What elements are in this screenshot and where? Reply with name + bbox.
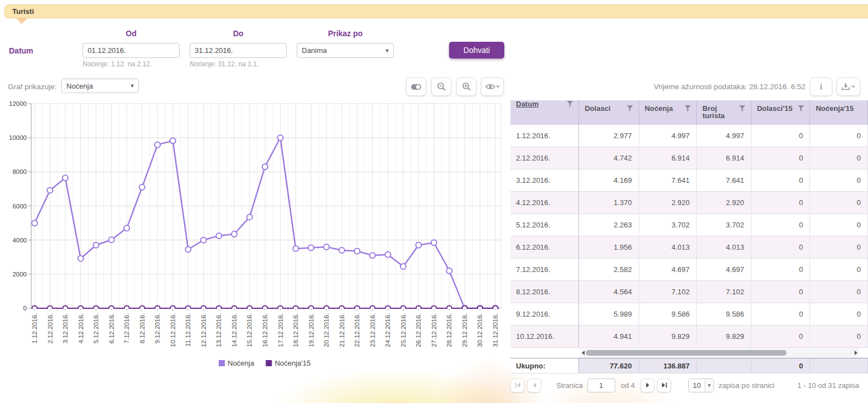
date-to-hint: Noćenje: 31.12. na 1.1.	[190, 60, 259, 68]
column-header-label: Dolasci	[585, 104, 610, 113]
table-row[interactable]: 10.12.2016.4.9419.8299.82900	[510, 326, 868, 348]
page-size-select[interactable]: 10 ▼	[688, 378, 714, 392]
table-row[interactable]: 4.12.2016.1.3702.9202.92000	[510, 192, 868, 214]
column-header-6[interactable]: Noćenja'15	[810, 100, 868, 125]
svg-text:10.12.2016.: 10.12.2016.	[170, 313, 176, 347]
table-cell: 0	[810, 125, 868, 147]
svg-text:22.12.2016.: 22.12.2016.	[354, 313, 360, 347]
table-cell: 0	[810, 192, 868, 213]
table-cell: 4.12.2016.	[510, 192, 579, 213]
tab-turisti-label: Turisti	[12, 7, 34, 16]
prev-page-button[interactable]	[527, 378, 541, 392]
totals-cell: 136.887	[639, 358, 697, 373]
hscrollbar-track[interactable]	[580, 348, 859, 357]
svg-text:30.12.2016.: 30.12.2016.	[476, 313, 483, 347]
column-header-3[interactable]: Noćenja	[639, 100, 697, 125]
svg-text:Noćenja: Noćenja	[228, 359, 254, 367]
scroll-left-icon[interactable]	[582, 351, 585, 355]
date-to-input[interactable]	[190, 43, 287, 57]
table-cell: 0	[751, 214, 811, 236]
legend-item-nocenja15[interactable]: Noćenja'15	[266, 359, 311, 367]
table-cell: 0	[751, 259, 811, 280]
svg-text:6.12.2016.: 6.12.2016.	[108, 313, 115, 343]
column-header-4[interactable]: Broj turista	[697, 100, 751, 125]
table-cell: 7.641	[697, 169, 751, 191]
next-page-icon	[644, 382, 651, 389]
column-header-label: Datum	[516, 100, 538, 108]
filter-icon[interactable]	[798, 105, 804, 111]
export-button[interactable]	[837, 77, 860, 96]
filter-icon[interactable]	[684, 105, 691, 111]
table-row[interactable]: 2.12.2016.4.7426.9146.91400	[510, 147, 868, 169]
table-cell: 0	[810, 236, 868, 258]
zoom-out-button[interactable]	[431, 77, 451, 96]
visibility-menu-button[interactable]	[481, 77, 504, 96]
table-row[interactable]: 1.12.2016.2.9774.9974.99700	[510, 125, 868, 147]
date-to-field	[190, 43, 287, 58]
date-from-field	[83, 43, 180, 58]
table-cell: 4.742	[579, 147, 639, 169]
prikaz-po-select[interactable]: Danima ▼	[297, 43, 394, 58]
svg-text:0: 0	[23, 305, 27, 312]
chart-toggle-button[interactable]	[406, 77, 426, 96]
svg-text:23.12.2016.: 23.12.2016.	[369, 313, 376, 347]
table-cell: 0	[751, 281, 811, 303]
column-header-5[interactable]: Dolasci'15	[751, 100, 811, 125]
table-row[interactable]: 6.12.2016.1.9564.0134.01300	[510, 236, 868, 259]
info-button[interactable]: i	[810, 77, 832, 96]
table-row[interactable]: 9.12.2016.5.9899.5869.58600	[510, 303, 868, 326]
column-header-2[interactable]: Dolasci	[579, 100, 639, 125]
scroll-right-icon[interactable]	[855, 351, 857, 355]
chevron-down-icon: ▼	[705, 379, 713, 392]
svg-text:20.12.2016.: 20.12.2016.	[323, 313, 330, 347]
table-cell: 4.997	[639, 125, 697, 147]
table-row[interactable]: 8.12.2016.4.5647.1027.10200	[510, 281, 868, 303]
table-cell: 3.702	[697, 214, 751, 236]
graf-prikazuje-select[interactable]: Noćenja ▼	[61, 79, 139, 93]
dohvati-button[interactable]: Dohvati	[449, 42, 504, 59]
svg-text:10000: 10000	[9, 134, 27, 141]
table-cell: 4.013	[639, 236, 697, 258]
chevron-down-icon: ▼	[126, 83, 138, 89]
svg-text:13.12.2016.: 13.12.2016.	[215, 313, 222, 347]
table-cell: 2.263	[579, 214, 639, 236]
svg-text:5.12.2016.: 5.12.2016.	[93, 313, 99, 343]
filter-icon[interactable]	[739, 105, 745, 111]
filter-icon[interactable]	[627, 105, 633, 111]
date-from-input[interactable]	[83, 43, 180, 57]
totals-cell	[697, 358, 751, 373]
hscrollbar-thumb[interactable]	[586, 350, 787, 356]
table-cell: 4.997	[697, 125, 751, 147]
do-column-label: Do	[190, 29, 287, 38]
column-header-label: Dolasci'15	[757, 104, 793, 113]
column-header-1[interactable]: Datum	[510, 100, 579, 125]
table-cell: 10.12.2016.	[510, 326, 579, 347]
next-page-button[interactable]	[640, 378, 654, 392]
first-page-button[interactable]	[510, 378, 524, 392]
svg-text:14.12.2016.: 14.12.2016.	[231, 313, 238, 347]
line-chart-svg: 0200040006000800010000120001.12.2016.2.1…	[3, 100, 507, 377]
line-chart: 0200040006000800010000120001.12.2016.2.1…	[3, 100, 507, 377]
totals-cell: 77.620	[579, 358, 639, 373]
svg-text:27.12.2016.: 27.12.2016.	[431, 313, 437, 347]
svg-text:24.12.2016.: 24.12.2016.	[384, 313, 391, 347]
zoom-out-icon	[437, 82, 446, 91]
table-row[interactable]: 3.12.2016.4.1697.6417.64100	[510, 169, 868, 192]
svg-text:8000: 8000	[12, 168, 27, 175]
tab-turisti[interactable]: Turisti	[4, 4, 868, 18]
page-number-input[interactable]	[587, 378, 615, 392]
svg-text:3.12.2016.: 3.12.2016.	[62, 313, 69, 343]
legend-item-nocenja[interactable]: Noćenja	[219, 359, 254, 367]
download-icon	[841, 82, 856, 91]
zoom-in-button[interactable]	[456, 77, 476, 96]
table-cell: 0	[751, 192, 811, 213]
svg-text:11.12.2016.: 11.12.2016.	[185, 313, 191, 347]
filter-icon[interactable]	[567, 101, 573, 107]
last-page-button[interactable]	[657, 378, 671, 392]
table-cell: 9.586	[639, 303, 697, 325]
table-row[interactable]: 5.12.2016.2.2633.7023.70200	[510, 214, 868, 236]
table-row[interactable]: 7.12.2016.2.5824.6974.69700	[510, 259, 868, 281]
table-cell: 4.169	[579, 169, 639, 191]
svg-text:15.12.2016.: 15.12.2016.	[246, 313, 253, 347]
table-cell: 3.12.2016.	[510, 169, 579, 191]
